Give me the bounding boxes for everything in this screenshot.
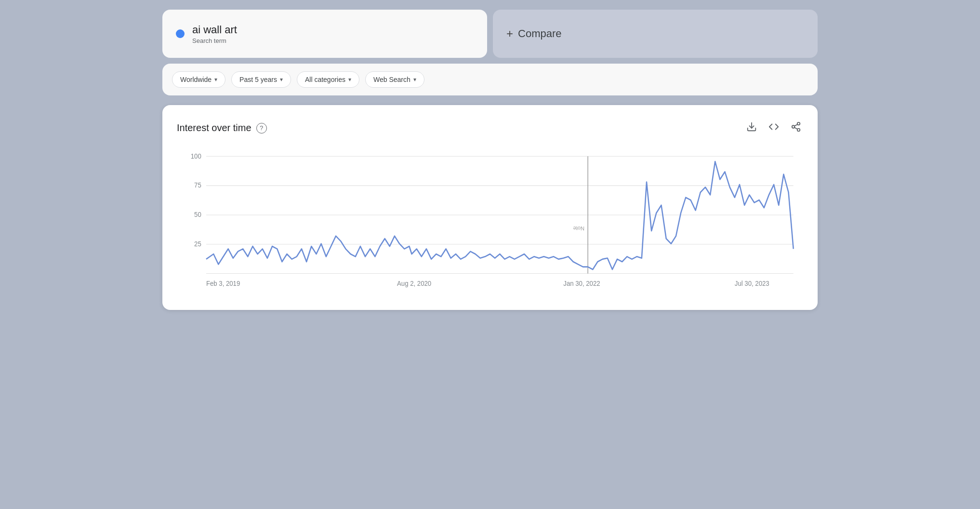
chart-actions bbox=[744, 120, 803, 136]
svg-text:25: 25 bbox=[194, 241, 201, 248]
svg-text:Note: Note bbox=[573, 226, 584, 231]
embed-button[interactable] bbox=[767, 120, 781, 136]
search-term-text: ai wall art Search term bbox=[192, 24, 237, 44]
search-type-filter-label: Web Search bbox=[373, 76, 411, 83]
category-filter[interactable]: All categories ▾ bbox=[297, 71, 359, 88]
svg-text:Jul 30, 2023: Jul 30, 2023 bbox=[735, 280, 769, 287]
chart-container: 100 75 50 25 Note Feb 3, 2019 Aug 2, 202… bbox=[177, 146, 803, 300]
svg-text:50: 50 bbox=[194, 211, 201, 218]
search-type-filter[interactable]: Web Search ▾ bbox=[365, 71, 424, 88]
time-filter-label: Past 5 years bbox=[239, 76, 277, 83]
download-button[interactable] bbox=[744, 120, 759, 136]
svg-text:75: 75 bbox=[194, 182, 201, 189]
compare-label: Compare bbox=[518, 27, 561, 40]
svg-text:Jan 30, 2022: Jan 30, 2022 bbox=[563, 280, 600, 287]
interest-over-time-card: Interest over time ? bbox=[162, 105, 818, 310]
trend-chart-svg: 100 75 50 25 Note Feb 3, 2019 Aug 2, 202… bbox=[177, 146, 803, 300]
chart-title: Interest over time bbox=[177, 122, 252, 134]
chart-header: Interest over time ? bbox=[177, 120, 803, 136]
category-chevron-icon: ▾ bbox=[348, 76, 351, 83]
svg-text:100: 100 bbox=[191, 152, 201, 160]
category-filter-label: All categories bbox=[305, 76, 345, 83]
search-term-dot bbox=[176, 29, 185, 38]
filters-bar: Worldwide ▾ Past 5 years ▾ All categorie… bbox=[162, 64, 818, 95]
svg-text:Feb 3, 2019: Feb 3, 2019 bbox=[206, 280, 240, 287]
location-filter[interactable]: Worldwide ▾ bbox=[172, 71, 225, 88]
search-term-card: ai wall art Search term bbox=[162, 10, 487, 58]
svg-line-4 bbox=[795, 127, 797, 129]
location-chevron-icon: ▾ bbox=[214, 76, 217, 83]
help-icon[interactable]: ? bbox=[256, 123, 267, 134]
search-term-subtitle: Search term bbox=[192, 37, 237, 44]
compare-plus-icon: + bbox=[506, 27, 513, 40]
time-filter[interactable]: Past 5 years ▾ bbox=[231, 71, 291, 88]
svg-line-5 bbox=[795, 124, 797, 126]
time-chevron-icon: ▾ bbox=[280, 76, 283, 83]
location-filter-label: Worldwide bbox=[180, 76, 212, 83]
share-button[interactable] bbox=[789, 120, 803, 136]
svg-text:Aug 2, 2020: Aug 2, 2020 bbox=[397, 280, 431, 287]
search-type-chevron-icon: ▾ bbox=[413, 76, 416, 83]
compare-card[interactable]: + Compare bbox=[493, 10, 818, 58]
search-term-value: ai wall art bbox=[192, 24, 237, 36]
chart-title-group: Interest over time ? bbox=[177, 122, 267, 134]
